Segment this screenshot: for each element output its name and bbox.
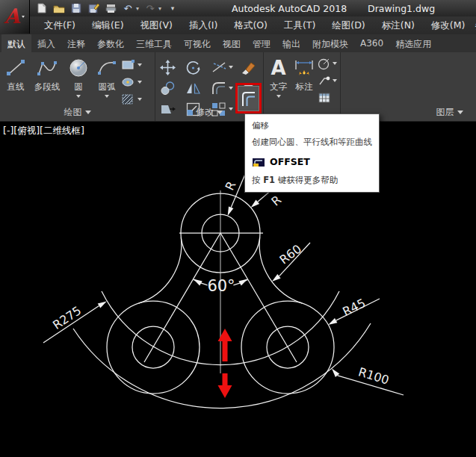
tab-home[interactable]: 默认 (1, 34, 31, 52)
copy-tool[interactable] (160, 78, 185, 99)
menu-dimension[interactable]: 标注(N) (374, 17, 423, 34)
arc-label: 圆弧 (99, 81, 116, 93)
ellipse-dropdown-icon[interactable] (137, 81, 142, 84)
line-label: 直线 (7, 81, 25, 93)
dim-partial-a: R (223, 179, 239, 193)
fillet-tool[interactable] (211, 78, 241, 99)
circle-tool[interactable]: 圆 (64, 52, 93, 106)
cad-drawing[interactable]: 60° R275 R60 R45 R100 R R (0, 122, 476, 457)
dimension-icon (293, 57, 315, 79)
erase-tool[interactable] (241, 57, 263, 78)
arc-tool[interactable]: 圆弧 (93, 52, 121, 106)
qat-customize-icon[interactable]: ▾ (167, 3, 179, 14)
viewport-controls: [-] [俯视] [二维线框] (3, 125, 84, 137)
menu-overflow[interactable]: 参 (473, 17, 476, 34)
leader-dropdown-icon[interactable] (333, 79, 337, 82)
offset-direction-arrows (218, 329, 232, 398)
undo-icon[interactable]: ↶ (122, 3, 134, 14)
tab-manage[interactable]: 管理 (247, 34, 276, 52)
modify-panel-caret-icon (217, 111, 223, 114)
quick-access-toolbar: ↶ ▾ ↷ ▾ ▾ (36, 3, 179, 14)
draw-panel-label[interactable]: 绘图 (0, 106, 155, 119)
table-tool[interactable] (318, 91, 340, 105)
leader-tool[interactable] (318, 74, 340, 87)
menu-edit[interactable]: 编辑(E) (84, 17, 132, 34)
menu-bar: 文件(F) 编辑(E) 视图(V) 插入(I) 格式(O) 工具(T) 绘图(D… (0, 16, 476, 34)
fillet-dropdown-icon[interactable] (229, 87, 233, 90)
menu-view[interactable]: 视图(V) (132, 17, 181, 34)
polyline-tool[interactable]: 多段线 (30, 52, 64, 106)
hatch-icon (121, 93, 136, 105)
tab-addins[interactable]: 附加模块 (306, 34, 354, 52)
drawing-canvas[interactable]: [-] [俯视] [二维线框] (0, 122, 476, 457)
tab-3dtools[interactable]: 三维工具 (130, 34, 178, 52)
rectangle-icon (121, 59, 136, 71)
dim-angle-60: 60° (207, 277, 235, 295)
title-bar: ↶ ▾ ↷ ▾ ▾ Autodesk AutoCAD 2018 Drawing1… (0, 0, 476, 16)
offset-icon (239, 87, 259, 110)
radius-dim-dropdown-icon[interactable] (333, 62, 337, 65)
tab-a360[interactable]: A360 (354, 34, 389, 52)
save-icon[interactable] (70, 3, 82, 14)
menu-modify[interactable]: 修改(M) (423, 17, 474, 34)
table-icon (318, 92, 331, 104)
trim-tool[interactable] (211, 57, 241, 78)
hatch-dropdown-icon[interactable] (137, 98, 142, 101)
rectangle-dropdown-icon[interactable] (137, 63, 142, 66)
tab-visualize[interactable]: 可视化 (178, 34, 217, 52)
open-folder-icon[interactable] (53, 3, 65, 14)
tab-annotate[interactable]: 注释 (61, 34, 91, 52)
ribbon-tab-bar: 默认 插入 注释 参数化 三维工具 可视化 视图 管理 输出 附加模块 A360… (0, 34, 476, 52)
rectangle-tool[interactable] (121, 58, 146, 72)
dimension-tool[interactable]: 标注 (291, 52, 318, 105)
menu-insert[interactable]: 插入(I) (181, 17, 226, 34)
menu-tools[interactable]: 工具(T) (276, 17, 324, 34)
fillet-icon (211, 81, 229, 96)
tooltip-command-name: OFFSET (270, 156, 310, 167)
panel-annotation: A 文字 标注 (264, 52, 341, 121)
hatch-tool[interactable] (121, 93, 146, 106)
redo-icon[interactable]: ↷ (144, 3, 156, 14)
menu-draw[interactable]: 绘图(D) (324, 17, 373, 34)
polyline-icon (36, 57, 58, 79)
plot-icon[interactable] (105, 3, 117, 14)
tab-insert[interactable]: 插入 (31, 34, 61, 52)
text-label: 文字 (270, 81, 287, 93)
arc-dropdown-icon[interactable] (105, 95, 109, 98)
offset-tooltip: 偏移 创建同心圆、平行线和等距曲线 OFFSET 按 F1 键获得更多帮助 (244, 114, 380, 193)
move-tool[interactable] (160, 57, 185, 78)
tab-parametric[interactable]: 参数化 (91, 34, 130, 52)
tooltip-command-row: OFFSET (252, 156, 374, 167)
trim-dropdown-icon[interactable] (229, 66, 233, 69)
radius-dim-tool[interactable] (318, 57, 340, 70)
redo-dropdown-icon[interactable]: ▾ (158, 5, 161, 12)
menu-format[interactable]: 格式(O) (226, 17, 276, 34)
menu-file[interactable]: 文件(F) (36, 17, 84, 34)
mirror-tool[interactable] (185, 78, 211, 99)
down-arrow-icon (218, 373, 232, 398)
line-tool[interactable]: 直线 (1, 52, 30, 106)
new-file-icon[interactable] (36, 3, 48, 14)
viewport-view-control[interactable]: [俯视] (13, 125, 40, 137)
text-tool[interactable]: A 文字 (266, 52, 291, 105)
trim-icon (211, 60, 229, 75)
window-title: Autodesk AutoCAD 2018 Drawing1.dwg (232, 0, 435, 16)
text-dropdown-icon[interactable] (276, 95, 281, 98)
rotate-tool[interactable] (185, 57, 211, 78)
circle-dropdown-icon[interactable] (76, 95, 81, 98)
line-icon (5, 57, 26, 79)
tab-view[interactable]: 视图 (217, 34, 247, 52)
circle-label: 圆 (74, 81, 83, 93)
tab-featured-apps[interactable]: 精选应用 (389, 34, 437, 52)
viewport-visual-style-control[interactable]: [二维线框] (40, 125, 84, 137)
application-menu-button[interactable]: A (0, 0, 30, 34)
logo-dropdown-icon (22, 16, 25, 18)
ellipse-tool[interactable] (121, 75, 146, 89)
panel-layers: 图层 特性 0 (341, 52, 476, 121)
tab-output[interactable]: 输出 (276, 34, 306, 52)
radius-dim-icon (318, 57, 331, 70)
offset-tool[interactable] (238, 86, 259, 111)
save-as-icon[interactable] (87, 3, 99, 14)
undo-dropdown-icon[interactable]: ▾ (136, 5, 139, 12)
viewport-menu-control[interactable]: [-] (3, 125, 13, 137)
